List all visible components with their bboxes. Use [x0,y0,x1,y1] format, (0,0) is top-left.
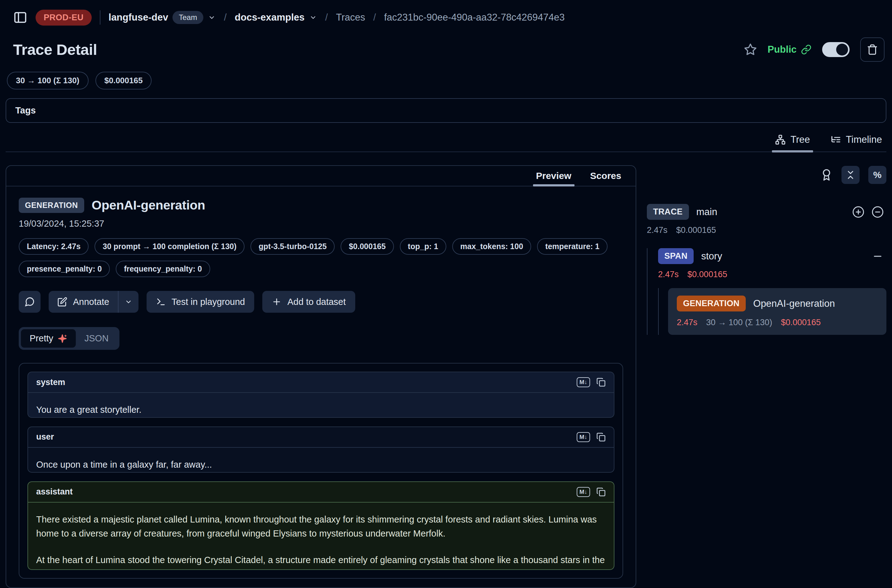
generation-cost: $0.000165 [781,318,821,327]
observation-body: GENERATION OpenAI-generation 19/03/2024,… [6,186,636,587]
sidebar-toggle-button[interactable] [13,10,27,25]
tab-scores[interactable]: Scores [590,166,621,186]
public-share-link[interactable]: Public [767,44,811,55]
circle-minus-icon [871,206,884,218]
span-subtree: GENERATION OpenAI-generation 2.47s 30 → … [658,288,886,335]
message-system: system M↓ You are a great storyteller. [27,372,614,418]
annotate-button[interactable]: Annotate [49,291,118,313]
generation-latency: 2.47s [677,318,697,327]
pretty-label: Pretty [30,333,53,344]
copy-button[interactable] [596,432,606,442]
tab-preview-label: Preview [536,171,571,181]
message-actions: M↓ [577,487,606,497]
star-icon [744,43,757,56]
delete-trace-button[interactable] [860,38,884,62]
breadcrumb-traces-link[interactable]: Traces [336,12,365,23]
span-metrics: 2.47s $0.000165 [658,270,886,279]
test-in-playground-button[interactable]: Test in playground [147,291,254,313]
tab-tree-label: Tree [790,134,810,145]
message-header: assistant M↓ [28,482,614,502]
role-label: assistant [36,487,73,496]
chevron-down-icon [309,14,317,21]
public-toggle[interactable] [822,42,850,57]
award-button[interactable] [820,169,833,181]
copy-button[interactable] [596,487,606,496]
temperature-badge: temperature: 1 [537,238,608,255]
trace-name: main [697,206,717,218]
expand-all-button[interactable] [852,206,865,218]
trace-tree-panel: % TRACE main 2.47s $0.000165 [636,165,886,335]
trace-metrics: 2.47s $0.000165 [647,225,886,235]
span-name: story [701,250,722,262]
tree-node-generation-selected[interactable]: GENERATION OpenAI-generation 2.47s 30 → … [668,288,886,335]
message-content: Once upon a time in a galaxy far, far aw… [28,448,614,472]
token-badge: 30 prompt → 100 completion (Σ 130) [95,238,245,255]
copy-button[interactable] [596,378,606,387]
collapse-span-button[interactable] [872,250,886,262]
chevron-down-icon [125,298,132,306]
link-icon [801,44,811,55]
breadcrumb-separator: / [325,12,328,23]
format-pretty-option[interactable]: Pretty [21,329,76,348]
tags-box[interactable]: Tags [6,98,886,123]
markdown-toggle-icon[interactable]: M↓ [577,432,590,442]
tab-preview[interactable]: Preview [536,166,571,186]
annotate-dropdown-button[interactable] [119,291,138,313]
timeline-icon [830,134,841,145]
json-label: JSON [84,333,108,344]
observation-name: OpenAI-generation [92,198,205,213]
message-actions: M↓ [577,432,606,442]
generation-tokens: 30 → 100 (Σ 130) [706,318,772,327]
percent-icon: % [873,170,882,180]
edit-icon [57,297,68,307]
plus-icon [272,297,282,307]
generation-name: OpenAI-generation [753,298,835,309]
copy-icon [596,487,606,496]
add-to-dataset-label: Add to dataset [287,297,345,307]
trace-subtree: SPAN story 2.47s $0.000165 GENERATION Op… [647,248,886,335]
tree-node-trace[interactable]: TRACE main [647,204,886,220]
span-type-badge: SPAN [658,248,694,264]
collapse-all-button[interactable] [841,166,860,184]
tab-tree[interactable]: Tree [775,134,810,152]
role-label: user [36,432,54,442]
breadcrumb-org-selector[interactable]: langfuse-dev Team [108,11,216,24]
message-user: user M↓ Once upon a time in a galaxy far… [27,426,614,472]
traces-label: Traces [336,12,365,23]
award-icon [820,169,833,181]
observation-tabs: Preview Scores [6,166,636,186]
tree-node-span[interactable]: SPAN story [658,248,886,264]
bookmark-star-button[interactable] [744,43,757,56]
org-name: langfuse-dev [108,12,168,23]
copy-icon [596,432,606,442]
trace-zoom-controls [852,206,886,218]
sparkles-icon [58,334,67,343]
tab-timeline[interactable]: Timeline [830,134,882,152]
breadcrumb-divider [100,10,101,25]
breadcrumb-project-selector[interactable]: docs-examples [235,12,317,23]
comment-icon [24,297,35,307]
show-percentages-button[interactable]: % [868,166,886,184]
comment-button[interactable] [19,291,41,313]
tree-icon [775,134,785,145]
format-toggle: Pretty JSON [19,327,119,350]
breadcrumb: PROD-EU langfuse-dev Team / docs-example… [6,0,886,35]
format-json-option[interactable]: JSON [76,329,117,348]
minus-icon [872,250,883,262]
message-content: There existed a majestic planet called L… [28,502,614,570]
test-in-playground-label: Test in playground [171,297,245,307]
markdown-toggle-icon[interactable]: M↓ [577,487,590,497]
message-header: user M↓ [28,427,614,447]
annotate-label: Annotate [73,297,109,307]
tags-label: Tags [15,105,36,116]
project-name: docs-examples [235,12,305,23]
actions-row: Annotate Test in playground Add to data [19,291,623,313]
trace-detail-page: PROD-EU langfuse-dev Team / docs-example… [0,0,892,588]
observation-type-badge: GENERATION [19,198,84,213]
cost-badge: $0.000165 [341,238,393,255]
trace-metrics-row: 30 → 100 (Σ 130) $0.000165 [6,72,886,90]
markdown-toggle-icon[interactable]: M↓ [577,377,590,387]
collapse-level-button[interactable] [871,206,884,218]
add-to-dataset-button[interactable]: Add to dataset [262,291,355,313]
view-switcher: Tree Timeline [6,134,886,152]
